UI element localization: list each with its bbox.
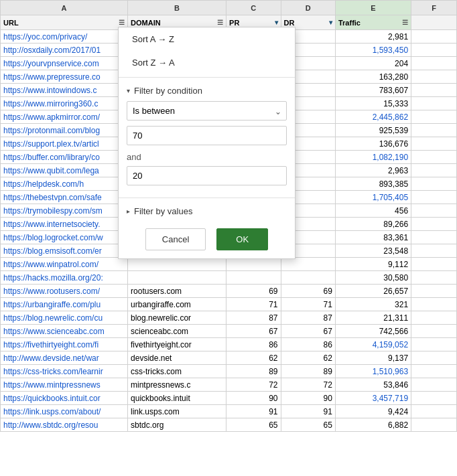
cell-d-24: 62 [281,351,335,365]
filter-condition-header[interactable]: ▾ Filter by condition [119,80,295,101]
cell-a-0: https://yoc.com/privacy/ [1,30,128,44]
col-letter-f: F [411,1,457,15]
cell-f-16 [411,244,457,258]
cell-f-20 [411,298,457,311]
cell-b-17 [128,258,226,271]
table-row: https://www.rootusers.com/rootusers.com6… [1,285,457,298]
filter-icon-pr[interactable]: ▾ [275,19,278,26]
cell-a-11: https://helpdesk.com/h [1,177,128,191]
table-row: http://www.sbtdc.org/resousbtdc.org65656… [1,418,457,432]
col-header-f [411,15,457,30]
cell-d-23: 86 [281,338,335,351]
cell-c-21: 87 [226,311,281,325]
cell-e-28: 9,424 [335,405,411,418]
cell-a-16: https://blog.emsisoft.com/er [1,244,128,258]
cell-e-19: 26,657 [335,285,411,298]
dropdown-panel: Sort A → Z Sort Z → A ▾ Filter by condit… [118,27,296,259]
cell-f-7 [411,124,457,137]
cell-e-9: 1,082,190 [335,151,411,164]
cell-d-21: 87 [281,311,335,325]
cell-e-23: 4,159,052 [335,338,411,351]
cell-f-19 [411,285,457,298]
filter-value1-input[interactable] [127,126,287,145]
cell-e-15: 83,361 [335,231,411,244]
cell-e-29: 6,882 [335,418,411,432]
cell-f-23 [411,338,457,351]
cell-e-13: 456 [335,204,411,218]
cell-a-19: https://www.rootusers.com/ [1,285,128,298]
cell-b-19: rootusers.com [128,285,226,298]
col-header-url: URL ☰ [1,15,128,30]
cell-a-17: https://www.winpatrol.com/ [1,258,128,271]
cell-a-6: https://www.apkmirror.com/ [1,110,128,124]
table-row: https://css-tricks.com/learnircss-tricks… [1,365,457,378]
cell-d-20: 71 [281,298,335,311]
ok-button[interactable]: OK [216,228,268,250]
col-letter-c: C [226,1,281,15]
table-row: http://www.devside.net/wardevside.net626… [1,351,457,365]
cell-a-8: https://support.plex.tv/articl [1,137,128,151]
cell-a-13: https://trymobilespy.com/sm [1,204,128,218]
cell-d-27: 90 [281,392,335,405]
filter-condition-label: Filter by condition [134,86,202,96]
cell-f-24 [411,351,457,365]
cell-b-23: fivethirtyeight.cor [128,338,226,351]
cell-a-7: https://protonmail.com/blog [1,124,128,137]
cell-d-26: 72 [281,378,335,392]
cell-f-18 [411,271,457,285]
cell-f-21 [411,311,457,325]
cell-c-18 [226,271,281,285]
table-row: https://www.scienceabc.comscienceabc.com… [1,325,457,338]
cell-b-24: devside.net [128,351,226,365]
cell-b-27: quickbooks.intuit [128,392,226,405]
col-letter-row: A B C D E F [1,1,457,15]
cell-f-3 [411,70,457,84]
filter-icon-domain[interactable]: ☰ [217,19,223,26]
table-row: https://link.usps.com/about/link.usps.co… [1,405,457,418]
cell-e-4: 783,607 [335,84,411,97]
cell-e-18: 30,580 [335,271,411,285]
cell-c-27: 90 [226,392,281,405]
cell-e-20: 321 [335,298,411,311]
table-row: https://www.winpatrol.com/9,112 [1,258,457,271]
table-row: https://blog.newrelic.com/cublog.newreli… [1,311,457,325]
filter-icon-dr[interactable]: ▾ [329,19,332,26]
cell-b-22: scienceabc.com [128,325,226,338]
cell-d-28: 91 [281,405,335,418]
cancel-button[interactable]: Cancel [145,228,206,250]
cell-c-23: 86 [226,338,281,351]
col-letter-e: E [335,1,411,15]
filter-values-header[interactable]: ▸ Filter by values [119,201,295,222]
sort-za-item[interactable]: Sort Z → A [119,51,295,74]
cell-b-26: mintpressnews.c [128,378,226,392]
cell-a-9: https://buffer.com/library/co [1,151,128,164]
cell-e-0: 2,981 [335,30,411,44]
cell-d-25: 89 [281,365,335,378]
cell-e-7: 925,539 [335,124,411,137]
cell-f-11 [411,177,457,191]
cell-c-25: 89 [226,365,281,378]
sort-az-item[interactable]: Sort A → Z [119,27,295,51]
filter-icon-url[interactable]: ☰ [119,19,125,26]
condition-select-wrapper: Is between Is equal to Is not equal to I… [127,101,287,121]
cell-a-18: https://hacks.mozilla.org/20: [1,271,128,285]
table-row: https://hacks.mozilla.org/20:30,580 [1,271,457,285]
filter-icon-traffic[interactable]: ☰ [402,19,408,26]
cell-c-28: 91 [226,405,281,418]
cell-f-12 [411,191,457,204]
cell-c-24: 62 [226,351,281,365]
cell-e-2: 204 [335,57,411,70]
cell-f-1 [411,44,457,57]
table-row: https://www.mintpressnewsmintpressnews.c… [1,378,457,392]
cell-a-1: http://osxdaily.com/2017/01 [1,44,128,57]
filter-value2-input[interactable] [127,166,287,185]
divider-2 [119,197,295,198]
condition-select[interactable]: Is between Is equal to Is not equal to I… [127,101,287,121]
action-buttons: Cancel OK [119,222,295,258]
cell-a-20: https://urbangiraffe.com/plu [1,298,128,311]
table-row: https://quickbooks.intuit.corquickbooks.… [1,392,457,405]
cell-f-13 [411,204,457,218]
cell-a-22: https://www.scienceabc.com [1,325,128,338]
cell-a-2: https://yourvpnservice.com [1,57,128,70]
cell-f-5 [411,97,457,110]
